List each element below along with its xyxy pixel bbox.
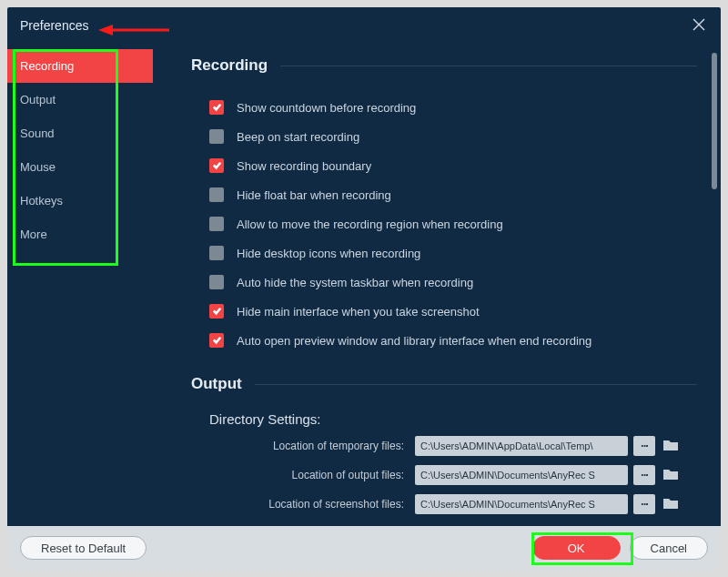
sidebar-item-label: Output [20, 93, 56, 106]
close-icon [692, 17, 706, 35]
reset-button[interactable]: Reset to Default [20, 536, 147, 560]
check-icon [212, 101, 222, 115]
dir-input-screenshot[interactable] [415, 494, 628, 514]
open-folder-button[interactable] [661, 465, 681, 485]
ok-button[interactable]: OK [532, 536, 621, 560]
button-label: OK [568, 542, 585, 555]
close-button[interactable] [684, 11, 713, 40]
dir-label: Location of temporary files: [191, 440, 415, 452]
open-folder-button[interactable] [661, 494, 681, 514]
checkbox[interactable] [209, 217, 224, 231]
section-title-label: Output [191, 375, 242, 393]
checkbox[interactable] [209, 246, 224, 260]
sidebar-item-label: Recording [20, 59, 74, 73]
checkbox[interactable] [209, 275, 224, 289]
dots-icon: ∙∙∙ [641, 439, 648, 453]
option-row: Allow to move the recording region when … [191, 209, 697, 238]
sidebar-item-more[interactable]: More [7, 218, 153, 251]
section-title-label: Recording [191, 56, 268, 75]
section-title-output: Output [191, 375, 697, 393]
footer: Reset to Default OK Cancel [7, 526, 721, 570]
option-label: Show recording boundary [237, 159, 371, 173]
option-row: Show recording boundary [191, 151, 697, 180]
folder-icon [662, 497, 679, 512]
dots-icon: ∙∙∙ [641, 497, 648, 511]
content-pane: Recording Show countdown before recordin… [153, 44, 721, 526]
sidebar-item-hotkeys[interactable]: Hotkeys [7, 184, 153, 218]
dir-row-output: Location of output files: ∙∙∙ [191, 461, 697, 489]
sidebar-item-label: Mouse [20, 160, 56, 174]
output-subheading: Directory Settings: [209, 411, 697, 427]
sidebar-item-label: Sound [20, 127, 55, 140]
option-row: Hide float bar when recording [191, 180, 697, 209]
sidebar-item-label: More [20, 228, 47, 241]
option-row: Auto open preview window and library int… [191, 326, 697, 355]
divider [280, 66, 697, 66]
sidebar-item-output[interactable]: Output [7, 83, 153, 116]
sidebar-item-label: Hotkeys [20, 194, 63, 208]
dir-input-temporary[interactable] [415, 436, 628, 456]
folder-icon [662, 439, 679, 454]
check-icon [212, 305, 222, 319]
window-title: Preferences [20, 18, 88, 33]
titlebar: Preferences [7, 7, 721, 44]
dir-label: Location of screenshot files: [191, 498, 415, 511]
dir-row-screenshot: Location of screenshot files: ∙∙∙ [191, 491, 697, 518]
divider [255, 384, 697, 385]
option-label: Beep on start recording [237, 130, 359, 144]
check-icon [212, 159, 222, 173]
dir-input-output[interactable] [415, 465, 628, 485]
browse-button[interactable]: ∙∙∙ [633, 494, 655, 514]
sidebar-item-mouse[interactable]: Mouse [7, 150, 153, 184]
option-label: Hide desktop icons when recording [237, 247, 420, 260]
sidebar: Recording Output Sound Mouse Hotkeys Mor… [7, 44, 153, 526]
main-area: Recording Output Sound Mouse Hotkeys Mor… [7, 44, 721, 526]
option-row: Hide main interface when you take screen… [191, 297, 697, 326]
browse-button[interactable]: ∙∙∙ [633, 465, 655, 485]
scrollbar-thumb[interactable] [712, 53, 717, 189]
option-label: Hide float bar when recording [237, 188, 391, 202]
checkbox[interactable] [209, 304, 224, 319]
folder-icon [662, 468, 679, 483]
sidebar-item-recording[interactable]: Recording [7, 49, 153, 83]
check-icon [212, 334, 222, 348]
dir-label: Location of output files: [191, 469, 415, 481]
option-label: Allow to move the recording region when … [237, 218, 503, 231]
checkbox[interactable] [209, 129, 224, 144]
browse-button[interactable]: ∙∙∙ [633, 436, 655, 456]
dir-row-temporary: Location of temporary files: ∙∙∙ [191, 432, 697, 460]
option-label: Auto open preview window and library int… [237, 334, 592, 348]
preferences-dialog: Preferences Recording Output Sound [7, 7, 721, 570]
checkbox[interactable] [209, 187, 224, 202]
annotation-arrow [98, 24, 169, 36]
open-folder-button[interactable] [661, 436, 681, 456]
dots-icon: ∙∙∙ [641, 468, 648, 482]
button-label: Cancel [651, 542, 687, 555]
section-title-recording: Recording [191, 56, 697, 75]
checkbox[interactable] [209, 333, 224, 348]
option-row: Auto hide the system taskbar when record… [191, 268, 697, 297]
svg-marker-1 [98, 25, 113, 35]
option-label: Hide main interface when you take screen… [237, 305, 480, 319]
cancel-button[interactable]: Cancel [630, 536, 708, 560]
checkbox[interactable] [209, 158, 224, 173]
option-label: Auto hide the system taskbar when record… [237, 276, 473, 289]
sidebar-item-sound[interactable]: Sound [7, 116, 153, 150]
option-row: Beep on start recording [191, 122, 697, 151]
option-row: Hide desktop icons when recording [191, 238, 697, 268]
option-row: Show countdown before recording [191, 93, 697, 122]
button-label: Reset to Default [41, 542, 126, 555]
checkbox[interactable] [209, 100, 224, 115]
option-label: Show countdown before recording [237, 101, 416, 115]
